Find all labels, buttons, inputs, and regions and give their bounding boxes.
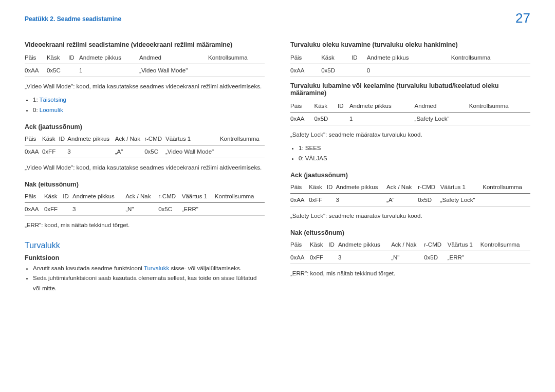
list-item: 0: VÄLJAS [299, 154, 530, 164]
td: 0 [367, 64, 451, 77]
section-heading: Turvaluku lubamine või keelamine (turval… [290, 82, 530, 97]
td: 0xAA [290, 194, 309, 207]
th: Käsk [309, 181, 327, 194]
th: r-CMD [158, 190, 182, 203]
th: ID [59, 133, 68, 145]
th: Päis [290, 51, 321, 64]
th: Andmete pikkus [349, 100, 415, 113]
th: ID [351, 51, 367, 64]
list-item: 0: Loomulik [33, 105, 265, 116]
th: Käsk [310, 238, 328, 251]
td [220, 145, 265, 158]
list-item: Seda juhtimisfunktsiooni saab kasutada o… [33, 273, 265, 293]
th: Päis [290, 100, 314, 113]
td: „ERR" [448, 251, 480, 264]
th: Andmete pikkus [79, 51, 139, 64]
td: 3 [338, 251, 391, 264]
th: ID [68, 51, 79, 64]
td: „Video Wall Mode" [165, 145, 220, 158]
th: Ack / Nak [386, 181, 418, 194]
td: „Safety Lock" [440, 194, 483, 207]
td: 0xFF [309, 194, 327, 207]
note: „ERR": kood, mis näitab tekkinud tõrget. [290, 269, 530, 278]
td: „Video Wall Mode" [139, 64, 208, 77]
td: 0x5D [424, 251, 448, 264]
list-item: 1: SEES [299, 143, 530, 154]
td: 0x5D [321, 64, 351, 77]
th: Andmed [415, 100, 469, 113]
td [469, 113, 530, 125]
note: „Video Wall Mode": kood, mida kasutataks… [25, 163, 265, 172]
left-column: Videoekraani režiimi seadistamine (video… [25, 37, 265, 293]
table-set-safety-lock: Päis Käsk ID Andmete pikkus Andmed Kontr… [290, 100, 530, 125]
td: 0xFF [44, 202, 63, 215]
table-ack-safety-lock: Päis Käsk ID Andmete pikkus Ack / Nak r-… [290, 181, 530, 207]
td [480, 251, 530, 264]
chapter-label: Peatükk 2. Seadme seadistamine [25, 15, 121, 23]
td: „N" [391, 251, 424, 264]
td: 0x5C [144, 145, 165, 158]
td: 0xAA [25, 202, 44, 215]
table-ack-video-wall: Päis Käsk ID Andmete pikkus Ack / Nak r-… [25, 133, 265, 158]
td: 0xFF [42, 145, 59, 158]
td: 0x5C [158, 202, 182, 215]
table-nak-safety-lock: Päis Käsk ID Andmete pikkus Ack / Nak r-… [290, 238, 530, 264]
section-heading: Videoekraani režiimi seadistamine (video… [25, 41, 265, 48]
ack-heading: Ack (jaatussõnum) [25, 123, 265, 130]
td [483, 194, 530, 207]
td [215, 202, 265, 215]
link-taisotsing[interactable]: Täisotsing [40, 97, 66, 103]
th: Kontrollsumma [469, 100, 530, 113]
th: Andmete pikkus [338, 238, 391, 251]
th: ID [327, 181, 336, 194]
td [68, 64, 79, 77]
list-item: Arvutit saab kasutada seadme funktsiooni… [33, 264, 265, 274]
td: 0x5C [47, 64, 68, 77]
th: Andmete pikkus [67, 133, 115, 145]
td [328, 251, 338, 264]
th: Kontrollsumma [451, 51, 530, 64]
link-loomulik[interactable]: Loomulik [40, 107, 63, 113]
th: Väärtus 1 [165, 133, 220, 145]
th: Käsk [42, 133, 59, 145]
th: r-CMD [424, 238, 448, 251]
td: 0xAA [290, 113, 314, 125]
td [451, 64, 530, 77]
list-item: 1: Täisotsing [33, 95, 265, 105]
section-heading: Turvaluku oleku kuvamine (turvaluku olek… [290, 41, 530, 48]
th: r-CMD [418, 181, 440, 194]
td [327, 194, 336, 207]
section-heading-blue: Turvalukk [25, 241, 265, 250]
table-set-video-wall: Päis Käsk ID Andmete pikkus Andmed Kontr… [25, 51, 265, 77]
th: Kontrollsumma [208, 51, 265, 64]
td: „N" [125, 202, 158, 215]
page-number: 27 [515, 10, 530, 26]
right-column: Turvaluku oleku kuvamine (turvaluku olek… [290, 37, 530, 293]
td: „A" [115, 145, 144, 158]
link-turvalukk[interactable]: Turvalukk [144, 265, 169, 271]
nak-heading: Nak (eitussõnum) [25, 181, 265, 188]
td [338, 113, 349, 125]
th: Andmete pikkus [72, 190, 125, 203]
th: Kontrollsumma [483, 181, 530, 194]
td: 1 [79, 64, 139, 77]
th: ID [338, 100, 349, 113]
td: 0xAA [290, 64, 321, 77]
td: 0xFF [310, 251, 328, 264]
table-get-safety-lock: Päis Käsk ID Andmete pikkus Kontrollsumm… [290, 51, 530, 77]
ack-heading: Ack (jaatussõnum) [290, 172, 530, 179]
th: Väärtus 1 [448, 238, 480, 251]
td: 0xAA [290, 251, 310, 264]
td: „Safety Lock" [415, 113, 469, 125]
td: 0x5D [314, 113, 338, 125]
th: Kontrollsumma [220, 133, 265, 145]
th: Väärtus 1 [440, 181, 483, 194]
th: Ack / Nak [391, 238, 424, 251]
td: „A" [386, 194, 418, 207]
th: ID [328, 238, 338, 251]
table-nak-video-wall: Päis Käsk ID Andmete pikkus Ack / Nak r-… [25, 190, 265, 216]
note: „Safety Lock": seadmele määratav turvalu… [290, 130, 530, 139]
th: Kontrollsumma [480, 238, 530, 251]
note: „Video Wall Mode": kood, mida kasutataks… [25, 82, 265, 91]
td: 3 [72, 202, 125, 215]
